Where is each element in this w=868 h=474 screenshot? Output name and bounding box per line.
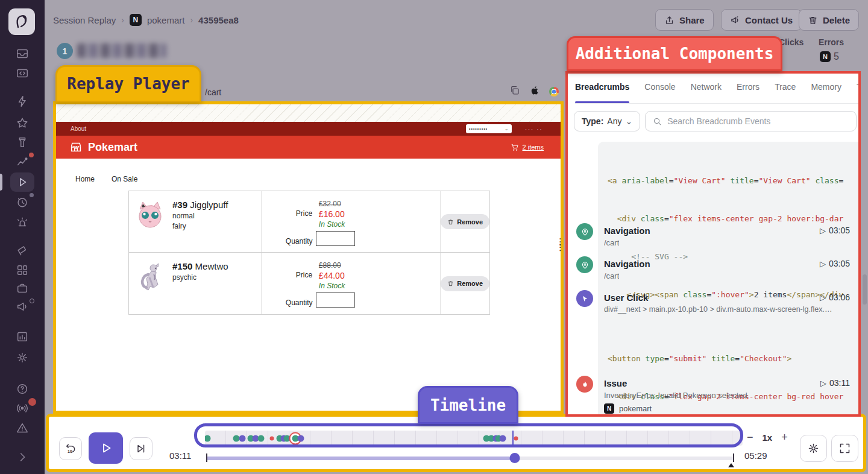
- share-button[interactable]: Share: [655, 9, 714, 31]
- breadcrumb-root[interactable]: Session Replay: [53, 15, 116, 25]
- trash-icon: [447, 218, 454, 226]
- remove-item-button[interactable]: Remove: [441, 214, 489, 229]
- sidebar-item-announce[interactable]: [0, 241, 45, 259]
- play-button[interactable]: [89, 432, 123, 464]
- replay-player-viewport: About •••••••••⌄ ··· ·· Pokemart 2 items…: [53, 101, 564, 414]
- star-icon: [16, 116, 29, 130]
- fullscreen-button[interactable]: [831, 435, 858, 462]
- event-jump-time[interactable]: ▷03:11: [820, 378, 850, 388]
- player-settings-button[interactable]: [800, 435, 827, 462]
- quantity-input[interactable]: [316, 292, 355, 308]
- sidebar-item-inbox[interactable]: [0, 45, 45, 63]
- search-placeholder: Search Breadcrumb Events: [667, 116, 770, 126]
- event-row-user-click[interactable]: User Click div#__next > main.px-10.pb-10…: [575, 290, 852, 319]
- speed-decrease-button[interactable]: −: [747, 431, 753, 444]
- sidebar-item-boards[interactable]: [0, 261, 45, 279]
- nextjs-badge: N: [820, 51, 831, 62]
- sidebar-collapse-toggle[interactable]: [0, 447, 45, 466]
- jam-logo-icon: [13, 13, 31, 31]
- sidebar-item-alerts[interactable]: [0, 213, 45, 231]
- tab-tags[interactable]: Ta: [857, 82, 858, 103]
- window-scrollbar-thumb[interactable]: [863, 274, 867, 305]
- inbox-icon: [16, 47, 29, 60]
- delete-button[interactable]: Delete: [799, 9, 859, 31]
- notification-dot: [28, 398, 36, 406]
- event-row-issue[interactable]: Issue InventoryError: Invalid Pokemon se…: [575, 376, 852, 417]
- site-menu-dots: ··· ··: [525, 126, 543, 132]
- tab-memory[interactable]: Memory: [811, 82, 841, 103]
- app-logo[interactable]: [8, 8, 35, 35]
- seek-bar[interactable]: [206, 453, 734, 463]
- sidebar-item-help[interactable]: [0, 380, 45, 398]
- timeline-event-dot[interactable]: [269, 436, 274, 440]
- event-row-navigation[interactable]: Navigation /cart ▷03:05: [575, 256, 852, 285]
- site-brand[interactable]: Pokemart: [69, 141, 137, 154]
- sidebar-item-session-replay[interactable]: [10, 172, 34, 192]
- pokemon-type: psychic: [172, 273, 228, 282]
- sidebar-item-code[interactable]: [0, 64, 45, 82]
- timeline-event-dot[interactable]: [257, 435, 264, 441]
- remove-label: Remove: [457, 218, 483, 226]
- timeline-event-track[interactable]: [205, 431, 743, 446]
- siren-icon: [16, 215, 29, 229]
- site-password-select[interactable]: •••••••••⌄: [466, 124, 512, 133]
- speed-increase-button[interactable]: +: [781, 431, 788, 444]
- event-jump-time[interactable]: ▷03:05: [820, 226, 850, 235]
- playback-speed-control: − 1x +: [747, 431, 788, 444]
- panel-resize-handle[interactable]: ⋮⋮: [556, 239, 563, 250]
- sidebar-item-projects[interactable]: [0, 279, 45, 297]
- site-cart-link[interactable]: 2 items: [511, 143, 544, 151]
- pokemon-type: normal: [172, 212, 228, 220]
- rewind-10-button[interactable]: 10: [59, 437, 82, 460]
- breadcrumb-search-input[interactable]: Search Breadcrumb Events: [645, 111, 857, 131]
- tab-network[interactable]: Network: [691, 82, 722, 103]
- seek-handle[interactable]: [509, 453, 520, 463]
- contact-us-button[interactable]: Contact Us: [721, 9, 802, 31]
- timeline-event-dot[interactable]: [297, 435, 304, 441]
- session-number-avatar: 1: [57, 43, 73, 59]
- sidebar-item-favorites[interactable]: [0, 114, 45, 132]
- trend-chart-icon: [16, 154, 29, 168]
- sidebar-item-history[interactable]: [0, 193, 45, 211]
- site-nav-home[interactable]: Home: [75, 175, 95, 183]
- sidebar-item-feedback[interactable]: [0, 297, 45, 315]
- navigation-pin-icon: [576, 223, 593, 240]
- site-about-link[interactable]: About: [71, 125, 86, 132]
- lightning-icon: [16, 95, 29, 108]
- sidebar-item-reports[interactable]: [0, 327, 45, 346]
- fullscreen-icon: [838, 442, 851, 455]
- timeline-event-dot[interactable]: [239, 435, 245, 441]
- site-utility-bar: About •••••••••⌄ ··· ··: [56, 122, 561, 136]
- tab-trace[interactable]: Trace: [775, 82, 796, 103]
- tab-breadcrumbs[interactable]: Breadcrumbs: [575, 82, 629, 103]
- site-nav-onsale[interactable]: On Sale: [112, 175, 137, 183]
- event-jump-time[interactable]: ▷03:05: [820, 259, 850, 268]
- quantity-input[interactable]: [316, 231, 355, 246]
- breadcrumb-separator: ›: [121, 15, 124, 25]
- replay-url: /cart: [205, 87, 221, 97]
- event-row-navigation[interactable]: Navigation /cart ▷03:05: [575, 223, 852, 252]
- app-sidebar: [0, 0, 45, 474]
- timeline-event-dot[interactable]: [205, 435, 211, 441]
- breadcrumb-project[interactable]: pokemart: [147, 15, 185, 25]
- timeline-event-dot[interactable]: [500, 435, 506, 441]
- tab-console[interactable]: Console: [644, 82, 675, 103]
- event-title: User Click: [604, 292, 648, 303]
- play-outline-icon: ▷: [820, 293, 826, 302]
- sidebar-item-settings[interactable]: [0, 349, 45, 367]
- sidebar-item-issues[interactable]: [0, 419, 45, 437]
- type-filter-dropdown[interactable]: Type: Any ⌄: [574, 111, 640, 131]
- sidebar-item-actions[interactable]: [0, 92, 45, 110]
- sidebar-item-spotlight[interactable]: [0, 133, 45, 151]
- event-jump-time[interactable]: ▷03:06: [820, 292, 850, 302]
- stock-status: In Stock: [319, 282, 345, 290]
- tab-errors[interactable]: Errors: [737, 82, 760, 103]
- clicks-stat-label: Clicks: [779, 37, 804, 47]
- trash-icon: [447, 280, 454, 287]
- timeline-event-dot[interactable]: [514, 436, 518, 440]
- skip-to-end-button[interactable]: [130, 437, 153, 460]
- copy-url-icon[interactable]: [509, 85, 520, 98]
- remove-item-button[interactable]: Remove: [441, 276, 489, 291]
- sidebar-item-live[interactable]: [0, 399, 45, 417]
- sidebar-item-metrics[interactable]: [0, 152, 45, 170]
